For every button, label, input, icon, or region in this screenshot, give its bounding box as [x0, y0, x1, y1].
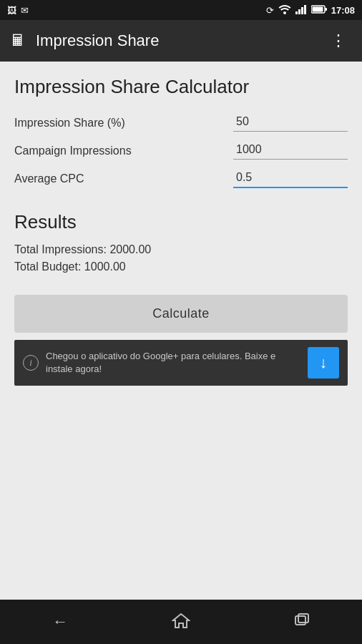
- back-icon: ←: [52, 613, 68, 631]
- svg-point-0: [283, 11, 286, 14]
- total-impressions-text: Total Impressions: 2000.00: [14, 243, 348, 256]
- app-title: Impression Share: [36, 31, 325, 50]
- app-bar: 🖩 Impression Share ⋮: [0, 20, 362, 62]
- svg-rect-3: [301, 7, 303, 14]
- form-section: Impression Share (%) Campaign Impression…: [14, 114, 348, 198]
- calculate-button[interactable]: Calculate: [14, 295, 348, 333]
- campaign-impressions-label: Campaign Impressions: [14, 145, 233, 157]
- campaign-impressions-input-wrap: [233, 142, 348, 160]
- impression-share-input[interactable]: [233, 114, 348, 132]
- svg-rect-1: [295, 11, 298, 14]
- impression-share-label: Impression Share (%): [14, 117, 233, 130]
- average-cpc-input-wrap: [233, 170, 348, 188]
- svg-rect-9: [295, 616, 305, 625]
- overflow-menu-button[interactable]: ⋮: [325, 26, 352, 56]
- average-cpc-input[interactable]: [233, 170, 348, 188]
- status-bar: 🖼 ✉ ⟳ 17:08: [0, 0, 362, 20]
- ad-banner: i Chegou o aplicativo do Google+ para ce…: [14, 340, 348, 386]
- svg-rect-4: [304, 5, 306, 14]
- calculator-icon: 🖩: [10, 31, 26, 50]
- nav-bar: ←: [0, 600, 362, 644]
- back-button[interactable]: ←: [39, 606, 82, 638]
- wifi-icon: [278, 4, 291, 16]
- svg-marker-8: [173, 614, 189, 628]
- ad-download-button[interactable]: ↓: [308, 347, 339, 379]
- main-content: Impression Share Calculator Impression S…: [0, 62, 362, 600]
- download-icon: ↓: [320, 353, 328, 372]
- battery-icon: [311, 5, 327, 16]
- impression-share-row: Impression Share (%): [14, 114, 348, 132]
- impression-share-input-wrap: [233, 114, 348, 132]
- home-button[interactable]: [160, 606, 202, 638]
- gmail-icon: ✉: [21, 5, 29, 16]
- page-title: Impression Share Calculator: [14, 76, 348, 98]
- ad-text: Chegou o aplicativo do Google+ para celu…: [46, 350, 300, 376]
- clock: 17:08: [331, 5, 355, 16]
- svg-rect-7: [325, 8, 327, 11]
- campaign-impressions-input[interactable]: [233, 142, 348, 160]
- average-cpc-row: Average CPC: [14, 170, 348, 188]
- results-title: Results: [14, 211, 348, 233]
- ad-info-icon: i: [23, 355, 39, 371]
- svg-rect-2: [298, 9, 300, 14]
- total-budget-text: Total Budget: 1000.00: [14, 260, 348, 273]
- recents-button[interactable]: [280, 606, 323, 638]
- campaign-impressions-row: Campaign Impressions: [14, 142, 348, 160]
- average-cpc-label: Average CPC: [14, 172, 233, 185]
- rotate-icon: ⟳: [266, 5, 274, 16]
- svg-rect-6: [312, 6, 323, 11]
- svg-rect-10: [298, 614, 308, 623]
- home-icon: [172, 613, 190, 631]
- recents-icon: [294, 613, 310, 630]
- gallery-icon: 🖼: [7, 5, 16, 16]
- signal-icon: [295, 4, 307, 16]
